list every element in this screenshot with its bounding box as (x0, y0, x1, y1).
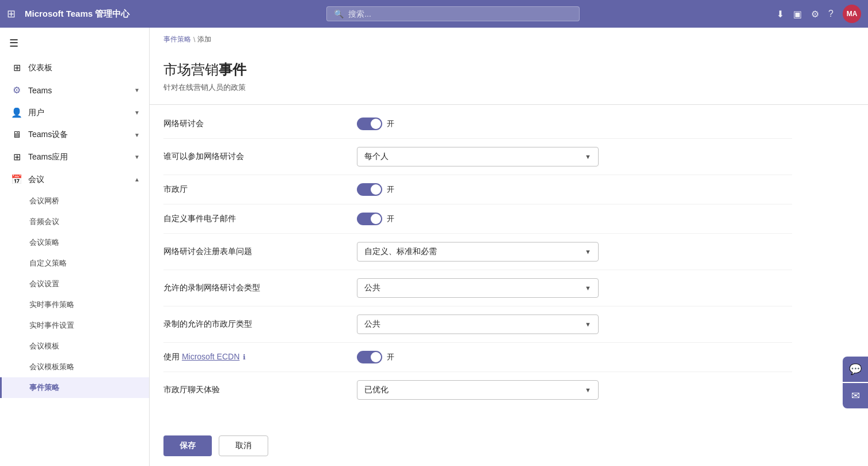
setting-control-townhall-recording: 公共 ▼ (357, 315, 792, 334)
setting-control-reg-form: 自定义、标准和必需 ▼ (357, 242, 792, 262)
ecdn-link[interactable]: Microsoft ECDN (182, 352, 239, 361)
chevron-up-icon-meetings: ▲ (134, 176, 140, 183)
sidebar-item-teams-devices[interactable]: 🖥 Teams设备 ▼ (0, 124, 149, 146)
town-hall-toggle-wrapper: 开 (357, 183, 394, 196)
ecdn-toggle-label: 开 (387, 352, 394, 362)
sidebar-subitem-live-event-settings[interactable]: 实时事件设置 (0, 315, 149, 336)
ecdn-toggle[interactable] (357, 351, 382, 363)
setting-row-custom-email: 自定义事件电子邮件 开 (163, 204, 792, 234)
grid-icon[interactable]: ⊞ (7, 7, 16, 20)
sidebar-subitem-meeting-settings[interactable]: 会议设置 (0, 274, 149, 294)
sidebar-toggle[interactable]: ☰ (0, 32, 149, 56)
who-join-chevron: ▼ (585, 153, 591, 160)
setting-control-recording-type: 公共 ▼ (357, 278, 792, 298)
sidebar-label-devices: Teams设备 (28, 130, 128, 140)
float-buttons: 💬 ✉ (843, 357, 868, 408)
topbar: ⊞ Microsoft Teams 管理中心 🔍 ⬇ ▣ ⚙ ? MA (0, 0, 868, 28)
setting-row-who-join: 谁可以参加网络研讨会 每个人 ▼ (163, 139, 792, 175)
recording-type-value: 公共 (364, 283, 380, 293)
chevron-down-icon: ▼ (134, 87, 140, 93)
townhall-chat-chevron: ▼ (585, 387, 591, 393)
sidebar-subitem-meeting-template-policy[interactable]: 会议模板策略 (0, 357, 149, 377)
sidebar-subitem-meeting-policy[interactable]: 会议策略 (0, 232, 149, 253)
help-icon[interactable]: ? (828, 9, 833, 19)
webinar-toggle[interactable] (357, 118, 382, 130)
who-join-dropdown[interactable]: 每个人 ▼ (357, 147, 599, 166)
sidebar-item-meetings[interactable]: 📅 会议 ▲ (0, 168, 149, 191)
info-icon[interactable]: ℹ (243, 353, 246, 361)
setting-row-recording-type: 允许的录制网络研讨会类型 公共 ▼ (163, 270, 792, 306)
custom-email-toggle-wrapper: 开 (357, 213, 394, 225)
breadcrumb-separator: \ (193, 36, 195, 44)
reg-form-value: 自定义、标准和必需 (364, 247, 437, 257)
apps-icon: ⊞ (11, 151, 22, 162)
setting-row-townhall-chat: 市政厅聊天体验 已优化 ▼ (163, 372, 792, 408)
setting-label-reg-form: 网络研讨会注册表单问题 (163, 247, 348, 257)
action-bar: 保存 取消 (150, 426, 868, 465)
sidebar-item-teams[interactable]: ⚙ Teams ▼ (0, 79, 149, 101)
avatar[interactable]: MA (843, 5, 861, 23)
app-title: Microsoft Teams 管理中心 (25, 9, 130, 20)
townhall-recording-dropdown[interactable]: 公共 ▼ (357, 315, 599, 334)
save-button[interactable]: 保存 (163, 435, 212, 456)
town-hall-toggle-label: 开 (387, 184, 394, 195)
setting-control-town-hall: 开 (357, 183, 792, 196)
setting-label-town-hall: 市政厅 (163, 184, 348, 195)
setting-control-webinar: 开 (357, 118, 792, 130)
sidebar-label-users: 用户 (28, 108, 128, 118)
setting-label-recording-type: 允许的录制网络研讨会类型 (163, 283, 348, 293)
topbar-actions: ⬇ ▣ ⚙ ? MA (776, 5, 861, 23)
setting-row-townhall-recording: 录制的允许的市政厅类型 公共 ▼ (163, 306, 792, 343)
layout: ☰ ⊞ 仪表板 ⚙ Teams ▼ 👤 用户 ▼ 🖥 Teams设备 ▼ ⊞ T (0, 28, 868, 466)
sidebar-item-users[interactable]: 👤 用户 ▼ (0, 101, 149, 124)
settings-icon[interactable]: ⚙ (811, 9, 819, 20)
monitor-icon[interactable]: ▣ (793, 9, 802, 20)
search-bar[interactable]: 🔍 (326, 6, 580, 21)
hamburger-icon: ☰ (9, 37, 18, 50)
custom-email-toggle-label: 开 (387, 214, 394, 224)
sidebar-item-dashboard[interactable]: ⊞ 仪表板 (0, 56, 149, 79)
setting-label-custom-email: 自定义事件电子邮件 (163, 214, 348, 224)
page-subtitle: 针对在线营销人员的政策 (163, 82, 854, 100)
sidebar-item-teams-apps[interactable]: ⊞ Teams应用 ▼ (0, 146, 149, 168)
sidebar-subitem-meeting-template[interactable]: 会议模板 (0, 336, 149, 357)
chat-float-button[interactable]: 💬 (843, 357, 868, 382)
reg-form-chevron: ▼ (585, 248, 591, 255)
teams-icon: ⚙ (11, 85, 22, 96)
search-icon: 🔍 (334, 9, 344, 18)
users-icon: 👤 (11, 107, 22, 118)
recording-type-chevron: ▼ (585, 285, 591, 291)
webinar-toggle-label: 开 (387, 119, 394, 129)
setting-row-reg-form: 网络研讨会注册表单问题 自定义、标准和必需 ▼ (163, 234, 792, 270)
townhall-recording-value: 公共 (364, 319, 380, 329)
townhall-chat-dropdown[interactable]: 已优化 ▼ (357, 380, 599, 400)
devices-icon: 🖥 (11, 130, 22, 140)
page-title: 市场营销事件 (163, 60, 854, 79)
page-title-bold: 事件 (219, 62, 246, 77)
setting-label-who-join: 谁可以参加网络研讨会 (163, 151, 348, 162)
setting-control-who-join: 每个人 ▼ (357, 147, 792, 166)
meetings-icon: 📅 (11, 174, 22, 185)
download-icon[interactable]: ⬇ (776, 9, 784, 20)
setting-label-webinar: 网络研讨会 (163, 119, 348, 129)
sidebar-label-apps: Teams应用 (28, 152, 128, 162)
sidebar-subitem-meeting-bridge[interactable]: 会议网桥 (0, 191, 149, 211)
townhall-recording-chevron: ▼ (585, 321, 591, 328)
setting-label-townhall-chat: 市政厅聊天体验 (163, 385, 348, 395)
feedback-float-button[interactable]: ✉ (843, 383, 868, 408)
cancel-button[interactable]: 取消 (219, 435, 268, 456)
breadcrumb-current: 添加 (197, 35, 211, 44)
sidebar-subitem-event-policy[interactable]: 事件策略 (0, 377, 149, 398)
breadcrumb-parent[interactable]: 事件策略 (163, 35, 191, 44)
chevron-down-icon-devices: ▼ (134, 132, 140, 138)
custom-email-toggle[interactable] (357, 213, 382, 225)
town-hall-toggle[interactable] (357, 183, 382, 196)
search-input[interactable] (348, 9, 572, 18)
webinar-toggle-wrapper: 开 (357, 118, 394, 130)
reg-form-dropdown[interactable]: 自定义、标准和必需 ▼ (357, 242, 599, 262)
sidebar-subitem-audio-meeting[interactable]: 音频会议 (0, 211, 149, 232)
recording-type-dropdown[interactable]: 公共 ▼ (357, 278, 599, 298)
sidebar-subitem-custom-policy[interactable]: 自定义策略 (0, 253, 149, 274)
sidebar-subitem-live-event-policy[interactable]: 实时事件策略 (0, 294, 149, 315)
dashboard-icon: ⊞ (11, 62, 22, 73)
